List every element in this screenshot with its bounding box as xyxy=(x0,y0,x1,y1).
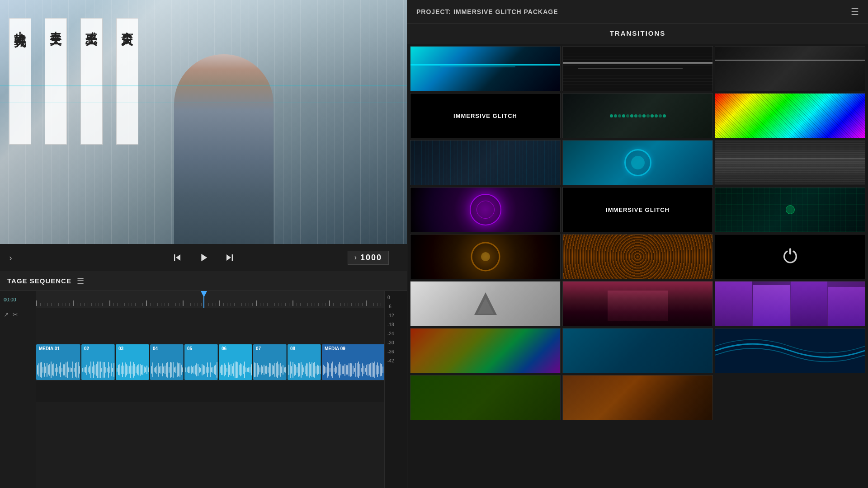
timeline-left-column: 00:00 ↗ ✂ xyxy=(0,291,36,488)
media-clip-2[interactable]: 03 xyxy=(116,344,149,380)
waveform-track xyxy=(36,380,384,403)
ruler-tick xyxy=(117,303,118,306)
transition-item-6[interactable] xyxy=(715,93,865,138)
ruler-tick xyxy=(241,303,242,306)
transition-item-18[interactable] xyxy=(715,281,865,326)
transition-item-2[interactable] xyxy=(562,46,713,91)
kb-key xyxy=(659,114,662,117)
play-icon xyxy=(197,251,210,264)
ruler-tick xyxy=(377,303,377,306)
transition-item-14[interactable] xyxy=(562,234,713,279)
volume-label: -42 xyxy=(387,358,394,364)
project-title: PROJECT: IMMERSIVE GLITCH PACKAGE xyxy=(416,8,845,15)
selection-tool-icon[interactable]: ↗ xyxy=(4,311,9,318)
media-track: MEDIA 0102030405060708MEDIA 09 xyxy=(36,344,384,380)
transition-item-19[interactable] xyxy=(410,328,561,373)
ruler-tick xyxy=(102,303,103,306)
transitions-header: TRANSITIONS xyxy=(407,23,868,43)
transition-item-7[interactable] xyxy=(410,140,561,185)
banner-3: 惑土天 xyxy=(80,18,103,145)
glitch-h xyxy=(563,62,712,64)
banner-4: 斎夫天 xyxy=(116,18,138,145)
video-background: 上韓戦天 奉土天 惑土天 斎夫天 xyxy=(0,0,407,244)
ruler-tick xyxy=(373,303,374,306)
ruler-tick xyxy=(212,303,212,306)
ruler-tick xyxy=(256,300,257,306)
expand-button[interactable]: › xyxy=(9,253,12,263)
ruler-tick xyxy=(366,300,367,306)
media-clip-5[interactable]: 06 xyxy=(219,344,252,380)
colorful-pattern xyxy=(715,94,865,138)
media-clip-6[interactable]: 07 xyxy=(253,344,287,380)
cyan-wavy-bg xyxy=(715,328,865,373)
ruler-tick xyxy=(326,303,326,306)
timeline-menu-icon[interactable]: ☰ xyxy=(77,276,84,286)
ruler-tick xyxy=(121,303,121,306)
project-menu-icon[interactable]: ☰ xyxy=(851,6,859,17)
transition-item-8[interactable] xyxy=(562,140,713,185)
transition-item-16[interactable] xyxy=(410,281,561,326)
ruler-tick xyxy=(271,303,271,306)
volume-meter: 0-6-12-18-24-30-36-42 xyxy=(384,291,407,488)
transition-item-13[interactable] xyxy=(410,234,561,279)
transition-item-15[interactable] xyxy=(715,234,865,279)
transition-label-immersive-glitch-1: IMMERSIVE GLITCH xyxy=(453,113,517,119)
ruler-tick xyxy=(84,303,85,306)
right-panel: PROJECT: IMMERSIVE GLITCH PACKAGE ☰ TRAN… xyxy=(407,0,868,488)
transition-item-20[interactable] xyxy=(562,328,713,373)
playhead[interactable] xyxy=(203,291,204,308)
timecode-display: › 1000 xyxy=(348,251,389,265)
timeline-tools: ↗ ✂ xyxy=(0,308,36,321)
play-button[interactable] xyxy=(197,251,210,264)
ruler-tick xyxy=(315,303,315,306)
media-clip-0[interactable]: MEDIA 01 xyxy=(36,344,80,380)
transition-item-5[interactable] xyxy=(562,93,713,138)
transition-item-21[interactable] xyxy=(715,328,865,373)
ruler-tick xyxy=(113,303,114,306)
transition-item-9[interactable] xyxy=(715,140,865,185)
transition-item-17[interactable] xyxy=(562,281,713,326)
kb-key xyxy=(642,114,646,117)
scan-overlay xyxy=(410,375,560,420)
transition-item-1[interactable] xyxy=(410,46,561,91)
ruler-tick xyxy=(318,303,319,306)
ruler-tick xyxy=(154,303,154,306)
transition-item-23[interactable] xyxy=(562,375,713,420)
ruler-tick xyxy=(190,303,191,306)
ruler-tick xyxy=(62,303,62,306)
transition-item-4[interactable]: IMMERSIVE GLITCH xyxy=(410,93,561,138)
ruler-tick xyxy=(47,303,48,306)
ruler-tick xyxy=(135,303,136,306)
ruler-tick xyxy=(146,300,147,306)
transition-item-10[interactable] xyxy=(410,187,561,232)
kb-key xyxy=(618,114,621,117)
left-panel: 上韓戦天 奉土天 惑土天 斎夫天 › xyxy=(0,0,407,488)
clip-label: 03 xyxy=(118,346,123,351)
kb-key xyxy=(626,114,629,117)
ruler-tick xyxy=(370,303,370,306)
transition-item-12[interactable] xyxy=(715,187,865,232)
person-figure xyxy=(174,54,274,244)
transition-item-11[interactable]: IMMERSIVE GLITCH xyxy=(562,187,713,232)
media-clip-3[interactable]: 04 xyxy=(150,344,184,380)
step-back-button[interactable] xyxy=(171,251,184,264)
media-clip-4[interactable]: 05 xyxy=(184,344,218,380)
volume-label: -36 xyxy=(387,349,394,355)
panel-3 xyxy=(791,282,827,326)
ruler-tick xyxy=(355,303,355,306)
timeline-title: TAGE SEQUENCE xyxy=(7,277,71,285)
transition-item-22[interactable] xyxy=(410,375,561,420)
ruler-tick xyxy=(282,303,282,306)
media-clip-1[interactable]: 02 xyxy=(81,344,115,380)
ruler-tick xyxy=(344,303,344,306)
transition-item-3[interactable] xyxy=(715,46,865,91)
media-clip-7[interactable]: 08 xyxy=(288,344,321,380)
ruler-tick xyxy=(322,303,322,306)
glitch-h2 xyxy=(578,68,683,69)
glitch-overlay-2 xyxy=(0,103,407,103)
step-forward-button[interactable] xyxy=(223,251,236,264)
razor-tool-icon[interactable]: ✂ xyxy=(13,311,18,318)
panel-1 xyxy=(715,282,752,326)
media-clip-8[interactable]: MEDIA 09 xyxy=(322,344,384,380)
ruler-tick xyxy=(252,303,253,306)
